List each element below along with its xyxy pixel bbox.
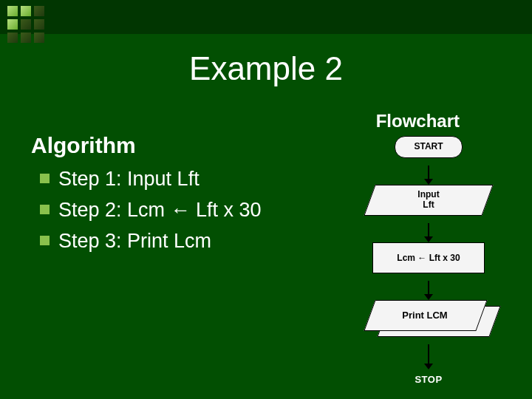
algorithm-steps: Step 1: Input Lft Step 2: Lcm ← Lft x 30… (40, 164, 262, 257)
flow-stop: STOP (395, 369, 462, 390)
flow-output: Print LCM (369, 300, 488, 337)
flow-node-label: START (414, 142, 443, 151)
deco-square (34, 19, 44, 30)
flow-node-label: Lcm ← Lft x 30 (397, 253, 460, 263)
bullet-icon (40, 236, 50, 245)
step-item: Step 2: Lcm ← Lft x 30 (40, 195, 262, 226)
deco-square (21, 19, 31, 30)
deco-square (34, 33, 44, 43)
flow-node-label: STOP (415, 375, 442, 385)
step-item: Step 3: Print Lcm (40, 226, 262, 257)
flow-arrow (355, 281, 502, 300)
flow-arrow (355, 223, 502, 242)
deco-square (7, 33, 18, 43)
algorithm-heading: Algorithm (31, 133, 136, 158)
step-item: Step 1: Input Lft (40, 164, 262, 195)
decorative-squares (7, 6, 44, 43)
flow-node-label: Input Lft (369, 185, 488, 216)
flowchart-heading: Flowchart (376, 111, 460, 132)
deco-square (21, 33, 31, 43)
slide-title: Example 2 (0, 50, 532, 87)
deco-square (7, 6, 18, 16)
header-band (0, 0, 532, 34)
step-text: Step 1: Input Lft (58, 168, 200, 190)
flowchart: START Input Lft Lcm ← Lft x 30 Print LCM… (355, 136, 502, 398)
step-text: Step 2: Lcm ← Lft x 30 (58, 199, 262, 221)
deco-square (34, 6, 44, 16)
bullet-icon (40, 205, 50, 214)
deco-square (7, 19, 18, 30)
bullet-icon (40, 174, 50, 183)
flow-arrow (355, 166, 502, 185)
flow-start: START (395, 136, 463, 158)
flow-arrow (355, 344, 502, 369)
flow-process: Lcm ← Lft x 30 (372, 242, 485, 273)
flow-node-label: Print LCM (369, 300, 480, 330)
flow-input: Input Lft (369, 185, 488, 216)
deco-square (21, 6, 31, 16)
step-text: Step 3: Print Lcm (58, 230, 211, 252)
